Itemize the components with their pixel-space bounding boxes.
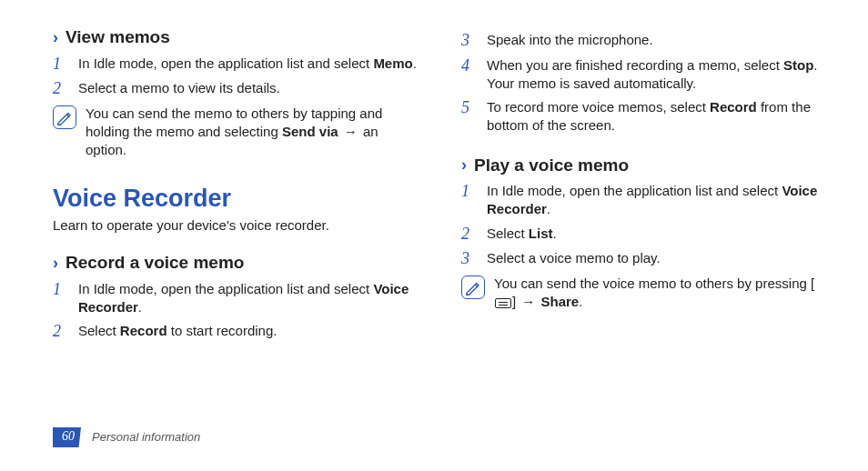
page-footer: 60 Personal information xyxy=(53,427,200,447)
step-number: 2 xyxy=(53,322,69,342)
note-text: You can send the memo to others by tappi… xyxy=(86,105,418,160)
step-item: 1 In Idle mode, open the application lis… xyxy=(461,182,826,219)
heading-view-memos: › View memos xyxy=(53,25,418,49)
heading-text: Play a voice memo xyxy=(474,154,629,177)
page-number-badge: 60 xyxy=(53,427,81,447)
chevron-icon: › xyxy=(53,255,58,271)
step-number: 3 xyxy=(461,31,478,51)
text-run: . xyxy=(579,294,582,309)
chevron-icon: › xyxy=(461,156,467,173)
note-icon xyxy=(461,276,485,299)
text-run: When you are finished recording a memo, … xyxy=(487,57,783,73)
step-item: 4 When you are finished recording a memo… xyxy=(461,56,826,94)
text-run: . xyxy=(413,55,417,71)
section-title-voice-recorder: Voice Recorder xyxy=(53,182,418,215)
note-block: You can send the memo to others by tappi… xyxy=(53,105,418,160)
step-number: 1 xyxy=(461,182,478,219)
note-icon xyxy=(53,105,76,129)
note-block: You can send the voice memo to others by… xyxy=(461,275,826,312)
step-text: Speak into the microphone. xyxy=(487,31,826,51)
step-item: 2 Select Record to start recording. xyxy=(53,322,418,342)
text-run: . xyxy=(547,201,550,216)
bold-run: Send via xyxy=(282,124,338,139)
text-run: In Idle mode, open the application list … xyxy=(78,281,373,296)
section-intro: Learn to operate your device's voice rec… xyxy=(53,216,418,235)
step-text: To record more voice memos, select Recor… xyxy=(487,98,826,135)
menu-key-icon xyxy=(495,298,511,308)
bold-run: Stop xyxy=(783,57,813,73)
step-number: 1 xyxy=(53,55,69,75)
text-run: Select xyxy=(487,225,529,241)
bold-run: Record xyxy=(710,99,757,115)
step-number: 2 xyxy=(53,79,69,99)
heading-text: View memos xyxy=(66,25,170,49)
text-run: You can send the memo to others by tappi… xyxy=(86,105,382,139)
text-run: . xyxy=(138,299,142,315)
step-item: 3 Speak into the microphone. xyxy=(461,31,826,51)
step-text: Select List. xyxy=(487,225,826,245)
arrow-glyph: → xyxy=(520,294,537,309)
step-item: 1 In Idle mode, open the application lis… xyxy=(53,280,418,317)
heading-text: Record a voice memo xyxy=(66,251,244,275)
spacer xyxy=(461,141,826,154)
step-number: 3 xyxy=(461,249,478,269)
step-text: In Idle mode, open the application list … xyxy=(78,280,418,317)
manual-page: › View memos 1 In Idle mode, open the ap… xyxy=(0,0,868,471)
text-run: You can send the voice memo to others by… xyxy=(494,276,814,291)
step-item: 2 Select List. xyxy=(461,225,826,245)
step-number: 1 xyxy=(53,280,69,317)
text-run: In Idle mode, open the application list … xyxy=(487,183,782,198)
step-item: 5 To record more voice memos, select Rec… xyxy=(461,98,826,135)
bold-run: Record xyxy=(120,323,167,338)
text-run: Select xyxy=(78,323,120,338)
step-item: 1 In Idle mode, open the application lis… xyxy=(53,55,418,75)
chevron-icon: › xyxy=(53,29,58,45)
step-item: 2 Select a memo to view its details. xyxy=(53,79,418,99)
bold-run: Share xyxy=(541,294,580,309)
right-column: 3 Speak into the microphone. 4 When you … xyxy=(461,25,826,347)
step-text: Select a voice memo to play. xyxy=(487,249,826,269)
step-text: When you are finished recording a memo, … xyxy=(487,56,826,94)
note-text: You can send the voice memo to others by… xyxy=(494,275,826,312)
step-number: 2 xyxy=(461,225,478,245)
text-run: In Idle mode, open the application list … xyxy=(78,55,373,71)
heading-record-memo: › Record a voice memo xyxy=(53,251,418,275)
arrow-glyph: → xyxy=(342,124,359,139)
step-text: Select Record to start recording. xyxy=(78,322,418,342)
step-item: 3 Select a voice memo to play. xyxy=(461,249,826,269)
footer-section-name: Personal information xyxy=(92,429,200,446)
text-run: to start recording. xyxy=(167,323,278,338)
left-column: › View memos 1 In Idle mode, open the ap… xyxy=(53,25,418,347)
heading-play-memo: › Play a voice memo xyxy=(461,154,826,177)
step-text: In Idle mode, open the application list … xyxy=(78,55,418,75)
text-run: . xyxy=(553,225,557,241)
step-text: In Idle mode, open the application list … xyxy=(487,182,826,219)
step-text: Select a memo to view its details. xyxy=(78,79,418,99)
bold-run: Memo xyxy=(373,55,412,71)
text-run: To record more voice memos, select xyxy=(487,99,710,115)
bold-run: List xyxy=(529,225,553,241)
step-number: 4 xyxy=(461,56,478,94)
step-number: 5 xyxy=(461,98,478,135)
two-column-layout: › View memos 1 In Idle mode, open the ap… xyxy=(53,25,826,347)
